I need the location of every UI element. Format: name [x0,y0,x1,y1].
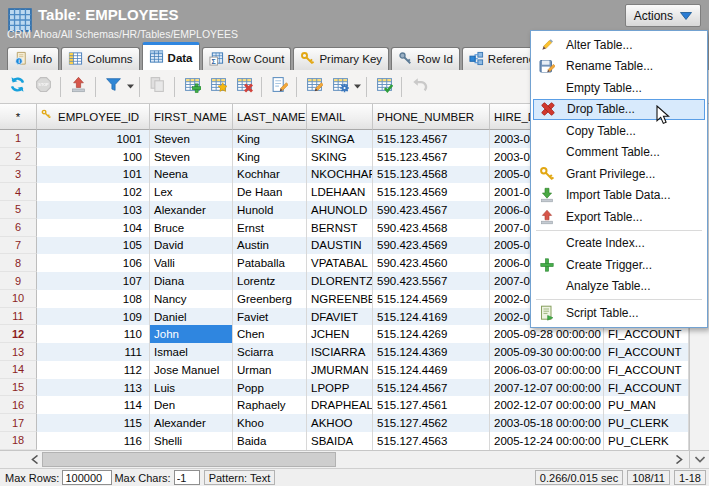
grid-cell[interactable]: Steven [150,130,233,148]
grid-cell[interactable]: 2005-12-24 00:00:00 [490,432,604,450]
grid-cell[interactable]: 104 [37,219,150,237]
row-number[interactable]: 2 [0,148,37,166]
menu-item-drop-table[interactable]: Drop Table... [533,99,705,121]
grid-cell[interactable]: BERNST [307,219,373,237]
grid-cell[interactable]: Diana [150,272,233,290]
row-number[interactable]: 15 [0,379,37,397]
grid-cell[interactable]: 102 [37,183,150,201]
refresh-button[interactable] [5,75,29,99]
grid-cell[interactable]: 515.124.4169 [373,308,490,326]
row-number[interactable]: 10 [0,290,37,308]
grid-cell[interactable]: 515.127.4563 [373,432,490,450]
grid-cell[interactable]: Jose Manuel [150,361,233,379]
grid-cell[interactable]: 590.423.4567 [373,201,490,219]
grid-cell[interactable]: JMURMAN [307,361,373,379]
grid-cell[interactable]: King [233,148,307,166]
grid-cell[interactable]: David [150,237,233,255]
menu-item-alter-table[interactable]: Alter Table... [533,34,705,56]
grid-cell[interactable]: FI_ACCOUNT [604,325,689,343]
grid-cell[interactable]: AKHOO [307,414,373,432]
grid-cell[interactable]: Popp [233,379,307,397]
grid-cell[interactable]: 105 [37,237,150,255]
grid-cell[interactable]: Baida [233,432,307,450]
grid-cell[interactable]: 109 [37,308,150,326]
grid-cell[interactable]: 515.123.4567 [373,130,490,148]
tab-primary-key[interactable]: Primary Key [293,47,389,70]
row-number[interactable]: 16 [0,396,37,414]
grid-cell[interactable]: Ismael [150,343,233,361]
grid-cell[interactable]: Sciarra [233,343,307,361]
grid-cell[interactable]: Den [150,396,233,414]
grid-cell[interactable]: 515.123.4568 [373,166,490,184]
filter-button-caret[interactable] [126,75,135,99]
menu-item-copy-table[interactable]: Copy Table... [533,120,705,142]
row-number[interactable]: 11 [0,308,37,326]
max-chars-input[interactable] [174,470,200,485]
edit-cell-button[interactable] [267,75,291,99]
grid-cell[interactable]: 515.127.4561 [373,396,490,414]
menu-item-create-index[interactable]: Create Index... [533,233,705,255]
tab-columns[interactable]: Columns [61,47,139,70]
grid-cell[interactable]: Ernst [233,219,307,237]
grid-cell[interactable]: 107 [37,272,150,290]
grid-cell[interactable]: 115 [37,414,150,432]
menu-item-empty-table[interactable]: Empty Table... [533,77,705,99]
menu-item-script-table[interactable]: Script Table... [533,302,705,324]
grid-cell[interactable]: 106 [37,254,150,272]
grid-cell[interactable]: 111 [37,343,150,361]
row-number[interactable]: 7 [0,237,37,255]
grid-cell[interactable]: 2005-09-28 00:00:00 [490,325,604,343]
grid-cell[interactable]: LPOPP [307,379,373,397]
insert-row-button[interactable] [180,75,204,99]
actions-button[interactable]: Actions [625,4,701,27]
grid-cell[interactable]: DAUSTIN [307,237,373,255]
grid-cell[interactable]: 515.124.4369 [373,343,490,361]
grid-cell[interactable]: 101 [37,166,150,184]
grid-cell[interactable]: NKOCHHAR [307,166,373,184]
grid-cell[interactable]: FI_ACCOUNT [604,379,689,397]
grid-cell[interactable]: 515.123.4569 [373,183,490,201]
column-header-email[interactable]: EMAIL [307,104,373,130]
grid-cell[interactable]: 112 [37,361,150,379]
grid-cell[interactable]: JCHEN [307,325,373,343]
grid-cell[interactable]: NGREENBE [307,290,373,308]
row-number[interactable]: 4 [0,183,37,201]
grid-cell[interactable]: 590.423.5567 [373,272,490,290]
export-data-button[interactable] [66,75,90,99]
menu-item-rename-table[interactable]: Rename Table... [533,56,705,78]
menu-item-create-trigger[interactable]: Create Trigger... [533,254,705,276]
max-rows-input[interactable] [62,470,112,485]
grid-cell[interactable]: 2007-12-07 00:00:00 [490,379,604,397]
row-number[interactable]: 12 [0,325,37,343]
grid-cell[interactable]: Lex [150,183,233,201]
grid-cell[interactable]: Luis [150,379,233,397]
menu-item-export-table[interactable]: Export Table... [533,206,705,228]
grid-cell[interactable]: 590.423.4560 [373,254,490,272]
grid-cell[interactable]: 515.123.4567 [373,148,490,166]
grid-cell[interactable]: PU_MAN [604,396,689,414]
menu-item-import-table-data[interactable]: Import Table Data... [533,185,705,207]
undo-button[interactable] [407,75,431,99]
grid-cell[interactable]: Faviet [233,308,307,326]
grid-cell[interactable]: Steven [150,148,233,166]
row-number[interactable]: 3 [0,166,37,184]
grid-cell[interactable]: 108 [37,290,150,308]
grid-cell[interactable]: 2003-05-18 00:00:00 [490,414,604,432]
grid-cell[interactable]: 2005-09-30 00:00:00 [490,343,604,361]
grid-cell[interactable]: 590.423.4569 [373,237,490,255]
grid-cell[interactable]: SKING [307,148,373,166]
grid-cell[interactable]: Chen [233,325,307,343]
tab-row-count[interactable]: ΣRow Count [202,47,292,70]
column-header-phone_number[interactable]: PHONE_NUMBER [373,104,490,130]
grid-cell[interactable]: 103 [37,201,150,219]
grid-cell[interactable]: VPATABAL [307,254,373,272]
row-number[interactable]: 14 [0,361,37,379]
selected-cell[interactable]: John [150,325,233,343]
grid-cell[interactable]: Shelli [150,432,233,450]
grid-cell[interactable]: DLORENTZ [307,272,373,290]
grid-cell[interactable]: 116 [37,432,150,450]
grid-cell[interactable]: Pataballa [233,254,307,272]
scroll-down-icon[interactable] [689,450,709,468]
grid-cell[interactable]: Raphaely [233,396,307,414]
grid-settings-button-caret[interactable] [353,75,362,99]
